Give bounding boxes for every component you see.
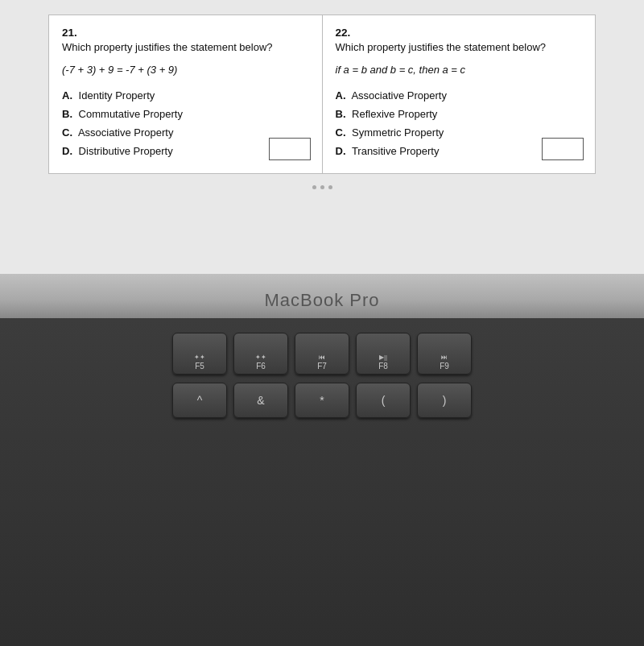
key-caret[interactable]: ^ (172, 383, 227, 418)
f7-symbol: ⏮ (319, 354, 325, 361)
key-f5[interactable]: ✦✦ F5 (172, 333, 227, 375)
key-f9[interactable]: ⏭ F9 (417, 333, 472, 375)
macbook-body: MacBook Pro ✦✦ F5 ✦✦ F6 ⏮ F7 ▶|| F8 ⏭ (0, 274, 644, 646)
f9-symbol: ⏭ (441, 354, 448, 361)
question-21: 21. Which property justifies the stateme… (49, 15, 323, 173)
dot-2 (320, 185, 324, 189)
q22-option-b: B. Reflexive Property (336, 106, 583, 124)
key-f8[interactable]: ▶|| F8 (356, 333, 411, 375)
key-open-paren[interactable]: ( (356, 383, 411, 418)
q21-number: 21. (62, 27, 309, 39)
q21-option-a: A. Identity Property (62, 87, 309, 106)
f5-label: F5 (195, 362, 204, 371)
f8-symbol: ▶|| (379, 354, 387, 361)
keyboard-bezel: ✦✦ F5 ✦✦ F6 ⏮ F7 ▶|| F8 ⏭ F9 ^ & (0, 318, 644, 646)
screen-area: 21. Which property justifies the stateme… (0, 0, 644, 274)
q21-option-b: B. Commutative Property (62, 106, 309, 124)
bottom-key-row: ^ & * ( ) (16, 383, 628, 418)
q22-equation: if a = b and b = c, then a = c (336, 63, 583, 77)
q22-answer-box[interactable] (542, 138, 584, 160)
dot-1 (312, 185, 316, 189)
key-f7[interactable]: ⏮ F7 (295, 333, 349, 375)
macbook-top-strip: MacBook Pro (0, 274, 644, 318)
f5-symbol: ✦✦ (194, 354, 205, 361)
key-close-paren[interactable]: ) (417, 383, 472, 418)
key-asterisk[interactable]: * (295, 383, 349, 418)
dot-3 (328, 185, 332, 189)
q22-prompt: Which property justifies the statement b… (336, 40, 583, 55)
f8-label: F8 (378, 362, 388, 371)
fn-key-row: ✦✦ F5 ✦✦ F6 ⏮ F7 ▶|| F8 ⏭ F9 (16, 333, 628, 375)
key-f6[interactable]: ✦✦ F6 (233, 333, 288, 375)
f6-symbol: ✦✦ (255, 354, 266, 361)
f9-label: F9 (440, 362, 449, 371)
q21-answer-box[interactable] (269, 138, 311, 160)
q22-number: 22. (336, 27, 583, 39)
questions-container: 21. Which property justifies the stateme… (48, 14, 596, 174)
key-ampersand[interactable]: & (233, 383, 288, 418)
q21-prompt: Which property justifies the statement b… (62, 40, 309, 55)
macbook-label: MacBook Pro (264, 290, 379, 311)
f7-label: F7 (317, 362, 327, 371)
f6-label: F6 (256, 362, 266, 371)
q22-option-a: A. Associative Property (336, 87, 583, 106)
question-22: 22. Which property justifies the stateme… (323, 15, 596, 173)
q21-equation: (-7 + 3) + 9 = -7 + (3 + 9) (62, 63, 309, 77)
pagination-dots (312, 185, 332, 189)
